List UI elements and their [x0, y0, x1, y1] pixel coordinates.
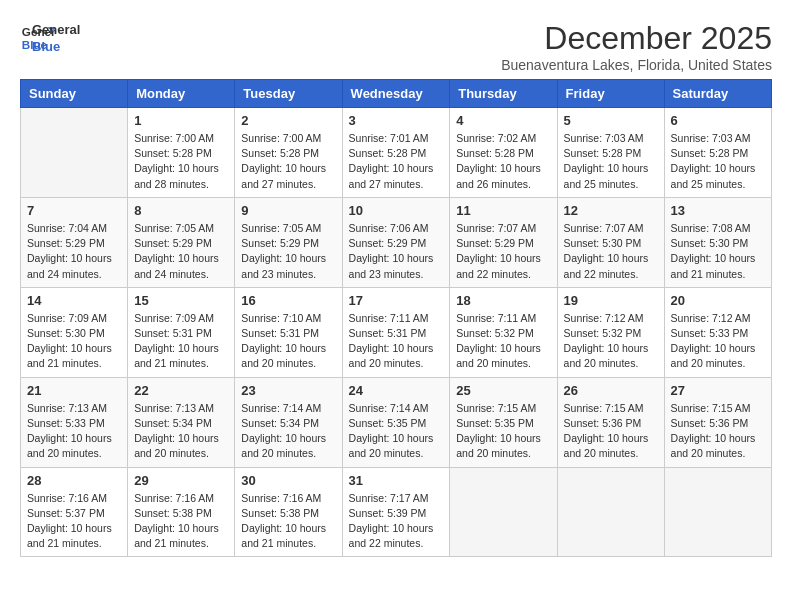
sunrise-text: Sunrise: 7:04 AM: [27, 222, 107, 234]
day-number: 5: [564, 113, 658, 128]
sunrise-text: Sunrise: 7:03 AM: [671, 132, 751, 144]
sunrise-text: Sunrise: 7:14 AM: [241, 402, 321, 414]
sunset-text: Sunset: 5:29 PM: [349, 237, 427, 249]
sunrise-text: Sunrise: 7:02 AM: [456, 132, 536, 144]
day-number: 29: [134, 473, 228, 488]
sunrise-text: Sunrise: 7:09 AM: [134, 312, 214, 324]
day-info: Sunrise: 7:13 AM Sunset: 5:33 PM Dayligh…: [27, 401, 121, 462]
sunset-text: Sunset: 5:38 PM: [241, 507, 319, 519]
daylight-text: Daylight: 10 hours and 22 minutes.: [564, 252, 649, 279]
day-info: Sunrise: 7:00 AM Sunset: 5:28 PM Dayligh…: [241, 131, 335, 192]
calendar-cell: 28 Sunrise: 7:16 AM Sunset: 5:37 PM Dayl…: [21, 467, 128, 557]
sunset-text: Sunset: 5:31 PM: [134, 327, 212, 339]
day-number: 2: [241, 113, 335, 128]
day-info: Sunrise: 7:15 AM Sunset: 5:35 PM Dayligh…: [456, 401, 550, 462]
sunset-text: Sunset: 5:28 PM: [564, 147, 642, 159]
daylight-text: Daylight: 10 hours and 20 minutes.: [349, 432, 434, 459]
day-info: Sunrise: 7:06 AM Sunset: 5:29 PM Dayligh…: [349, 221, 444, 282]
sunrise-text: Sunrise: 7:14 AM: [349, 402, 429, 414]
sunrise-text: Sunrise: 7:13 AM: [27, 402, 107, 414]
month-year-title: December 2025: [501, 20, 772, 57]
sunrise-text: Sunrise: 7:07 AM: [564, 222, 644, 234]
sunrise-text: Sunrise: 7:06 AM: [349, 222, 429, 234]
logo-text-line1: General: [32, 22, 80, 39]
sunset-text: Sunset: 5:30 PM: [564, 237, 642, 249]
location-subtitle: Buenaventura Lakes, Florida, United Stat…: [501, 57, 772, 73]
daylight-text: Daylight: 10 hours and 20 minutes.: [564, 432, 649, 459]
day-info: Sunrise: 7:13 AM Sunset: 5:34 PM Dayligh…: [134, 401, 228, 462]
calendar-cell: 12 Sunrise: 7:07 AM Sunset: 5:30 PM Dayl…: [557, 197, 664, 287]
calendar-cell: 20 Sunrise: 7:12 AM Sunset: 5:33 PM Dayl…: [664, 287, 771, 377]
sunset-text: Sunset: 5:29 PM: [241, 237, 319, 249]
daylight-text: Daylight: 10 hours and 23 minutes.: [241, 252, 326, 279]
sunset-text: Sunset: 5:28 PM: [241, 147, 319, 159]
sunset-text: Sunset: 5:29 PM: [27, 237, 105, 249]
day-info: Sunrise: 7:16 AM Sunset: 5:37 PM Dayligh…: [27, 491, 121, 552]
calendar-cell: 15 Sunrise: 7:09 AM Sunset: 5:31 PM Dayl…: [128, 287, 235, 377]
sunset-text: Sunset: 5:31 PM: [349, 327, 427, 339]
calendar-week-row: 28 Sunrise: 7:16 AM Sunset: 5:37 PM Dayl…: [21, 467, 772, 557]
sunset-text: Sunset: 5:38 PM: [134, 507, 212, 519]
daylight-text: Daylight: 10 hours and 24 minutes.: [134, 252, 219, 279]
calendar-cell: 29 Sunrise: 7:16 AM Sunset: 5:38 PM Dayl…: [128, 467, 235, 557]
day-info: Sunrise: 7:03 AM Sunset: 5:28 PM Dayligh…: [671, 131, 765, 192]
calendar-cell: 31 Sunrise: 7:17 AM Sunset: 5:39 PM Dayl…: [342, 467, 450, 557]
sunset-text: Sunset: 5:28 PM: [134, 147, 212, 159]
day-number: 19: [564, 293, 658, 308]
sunrise-text: Sunrise: 7:17 AM: [349, 492, 429, 504]
sunrise-text: Sunrise: 7:16 AM: [241, 492, 321, 504]
daylight-text: Daylight: 10 hours and 25 minutes.: [671, 162, 756, 189]
daylight-text: Daylight: 10 hours and 27 minutes.: [349, 162, 434, 189]
calendar-cell: 18 Sunrise: 7:11 AM Sunset: 5:32 PM Dayl…: [450, 287, 557, 377]
day-info: Sunrise: 7:12 AM Sunset: 5:33 PM Dayligh…: [671, 311, 765, 372]
day-number: 27: [671, 383, 765, 398]
logo: General Blue General Blue: [20, 20, 80, 56]
sunset-text: Sunset: 5:28 PM: [349, 147, 427, 159]
day-number: 1: [134, 113, 228, 128]
calendar-cell: 5 Sunrise: 7:03 AM Sunset: 5:28 PM Dayli…: [557, 108, 664, 198]
daylight-text: Daylight: 10 hours and 20 minutes.: [671, 342, 756, 369]
sunrise-text: Sunrise: 7:11 AM: [349, 312, 429, 324]
daylight-text: Daylight: 10 hours and 21 minutes.: [27, 342, 112, 369]
daylight-text: Daylight: 10 hours and 20 minutes.: [241, 432, 326, 459]
daylight-text: Daylight: 10 hours and 20 minutes.: [456, 432, 541, 459]
day-info: Sunrise: 7:03 AM Sunset: 5:28 PM Dayligh…: [564, 131, 658, 192]
calendar-cell: 30 Sunrise: 7:16 AM Sunset: 5:38 PM Dayl…: [235, 467, 342, 557]
sunset-text: Sunset: 5:33 PM: [671, 327, 749, 339]
calendar-cell: 13 Sunrise: 7:08 AM Sunset: 5:30 PM Dayl…: [664, 197, 771, 287]
day-number: 3: [349, 113, 444, 128]
day-number: 20: [671, 293, 765, 308]
day-info: Sunrise: 7:16 AM Sunset: 5:38 PM Dayligh…: [241, 491, 335, 552]
daylight-text: Daylight: 10 hours and 21 minutes.: [134, 522, 219, 549]
sunrise-text: Sunrise: 7:16 AM: [134, 492, 214, 504]
calendar-cell: [664, 467, 771, 557]
calendar-cell: 14 Sunrise: 7:09 AM Sunset: 5:30 PM Dayl…: [21, 287, 128, 377]
day-info: Sunrise: 7:04 AM Sunset: 5:29 PM Dayligh…: [27, 221, 121, 282]
daylight-text: Daylight: 10 hours and 20 minutes.: [349, 342, 434, 369]
day-info: Sunrise: 7:08 AM Sunset: 5:30 PM Dayligh…: [671, 221, 765, 282]
sunrise-text: Sunrise: 7:10 AM: [241, 312, 321, 324]
weekday-header-thursday: Thursday: [450, 80, 557, 108]
calendar-table: SundayMondayTuesdayWednesdayThursdayFrid…: [20, 79, 772, 557]
day-info: Sunrise: 7:12 AM Sunset: 5:32 PM Dayligh…: [564, 311, 658, 372]
day-info: Sunrise: 7:14 AM Sunset: 5:34 PM Dayligh…: [241, 401, 335, 462]
day-number: 21: [27, 383, 121, 398]
sunset-text: Sunset: 5:30 PM: [671, 237, 749, 249]
calendar-cell: 10 Sunrise: 7:06 AM Sunset: 5:29 PM Dayl…: [342, 197, 450, 287]
day-info: Sunrise: 7:10 AM Sunset: 5:31 PM Dayligh…: [241, 311, 335, 372]
sunrise-text: Sunrise: 7:08 AM: [671, 222, 751, 234]
sunrise-text: Sunrise: 7:00 AM: [241, 132, 321, 144]
daylight-text: Daylight: 10 hours and 20 minutes.: [456, 342, 541, 369]
daylight-text: Daylight: 10 hours and 23 minutes.: [349, 252, 434, 279]
sunset-text: Sunset: 5:34 PM: [134, 417, 212, 429]
daylight-text: Daylight: 10 hours and 21 minutes.: [671, 252, 756, 279]
calendar-cell: 16 Sunrise: 7:10 AM Sunset: 5:31 PM Dayl…: [235, 287, 342, 377]
day-number: 17: [349, 293, 444, 308]
sunrise-text: Sunrise: 7:13 AM: [134, 402, 214, 414]
sunset-text: Sunset: 5:35 PM: [456, 417, 534, 429]
calendar-cell: 17 Sunrise: 7:11 AM Sunset: 5:31 PM Dayl…: [342, 287, 450, 377]
calendar-week-row: 1 Sunrise: 7:00 AM Sunset: 5:28 PM Dayli…: [21, 108, 772, 198]
daylight-text: Daylight: 10 hours and 21 minutes.: [241, 522, 326, 549]
calendar-cell: 8 Sunrise: 7:05 AM Sunset: 5:29 PM Dayli…: [128, 197, 235, 287]
day-number: 8: [134, 203, 228, 218]
